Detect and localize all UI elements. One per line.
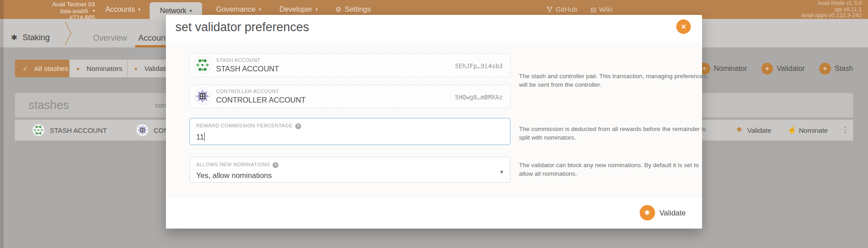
add-validator-button[interactable]: +Validator xyxy=(761,63,805,75)
stash-filter-group: ✓All stashes ●Nominators ●Validators xyxy=(15,60,186,77)
nav-governance[interactable]: Governance▾ xyxy=(216,5,261,14)
gear-icon: ⚙ xyxy=(335,5,341,13)
caret-down-icon: ▾ xyxy=(189,8,192,13)
commission-input[interactable]: REWARD COMMISSION PERCENTAGE? 11 xyxy=(189,118,510,145)
stash-account-name: STASH ACCOUNT xyxy=(216,65,279,73)
tab-overview[interactable]: Overview xyxy=(93,33,127,43)
left-edge-shadow xyxy=(0,0,4,248)
validate-icon: ✱ xyxy=(736,126,742,134)
stash-address: 5EhJFp…9i4sb3 xyxy=(455,62,503,70)
help-icon[interactable]: ? xyxy=(295,123,301,129)
set-validator-preferences-modal: set validator preferences ✕ STASH ACCOUN… xyxy=(166,15,702,229)
caret-down-icon: ▾ xyxy=(316,7,318,12)
chain-name: Avail Testnet 03 xyxy=(0,1,95,8)
commission-label: REWARD COMMISSION PERCENTAGE? xyxy=(196,123,301,129)
commission-help-text: The commission is deducted from all rewa… xyxy=(519,125,709,142)
controller-account-name: CONTROLLER ACCOUNT xyxy=(216,96,306,104)
modal-body: STASH ACCOUNT STASH ACCOUNT 5EhJFp…9i4sb… xyxy=(166,42,702,197)
plus-icon: + xyxy=(761,63,773,75)
nominations-label: ALLOWS NEW NOMINATIONS? xyxy=(196,162,278,168)
commission-value: 11 xyxy=(196,132,205,141)
nav-accounts[interactable]: Accounts▾ xyxy=(105,5,141,14)
caret-down-icon: ▾ xyxy=(93,8,95,13)
nav-settings[interactable]: ⚙Settings xyxy=(335,5,371,14)
github-branch-icon xyxy=(546,6,553,13)
validate-burst-icon: ✱ xyxy=(640,205,655,220)
dot-icon: ● xyxy=(76,66,80,72)
stash-identicon xyxy=(32,124,45,138)
nominations-help-text: The validator can block any new nominati… xyxy=(519,161,709,178)
row-nominate-button[interactable]: Nominate xyxy=(799,126,828,134)
filter-nominators[interactable]: ●Nominators xyxy=(70,60,127,77)
nominations-dropdown[interactable]: ALLOWS NEW NOMINATIONS? Yes, allow nomin… xyxy=(189,157,510,182)
api-version: api v9.11.1 xyxy=(802,7,862,13)
chain-relay: data-avail/6 ▾ xyxy=(0,8,95,15)
controller-address: 5HQwg8…mBMXAz xyxy=(455,94,503,101)
validate-submit-button[interactable]: ✱ Validate xyxy=(640,205,686,220)
modal-footer: ✱ Validate xyxy=(166,197,702,229)
plus-icon: + xyxy=(819,63,831,75)
wiki-link[interactable]: ▤Wiki xyxy=(590,5,613,14)
version-info: Avail Node v1.3.0 api v9.11.1 avail-apps… xyxy=(802,0,862,19)
check-icon: ✓ xyxy=(23,65,28,72)
apps-version: avail-apps v0.122.3-242 xyxy=(802,13,862,19)
github-link[interactable]: GitHub xyxy=(546,5,577,14)
caret-down-icon: ▾ xyxy=(138,7,141,12)
text-cursor-icon xyxy=(204,132,205,141)
node-version: Avail Node v1.3.0 xyxy=(802,0,862,7)
nav-developer[interactable]: Developer▾ xyxy=(279,5,318,14)
row-validate-button[interactable]: Validate xyxy=(747,126,771,134)
chain-selector[interactable]: Avail Testnet 03 data-avail/6 ▾ #714,685 xyxy=(0,1,95,21)
caret-down-icon: ▾ xyxy=(259,7,261,12)
table-title: stashes xyxy=(28,98,69,112)
staking-icon: ✱ xyxy=(11,33,17,42)
stash-account-field: STASH ACCOUNT STASH ACCOUNT 5EhJFp…9i4sb… xyxy=(189,53,510,77)
filter-all-stashes[interactable]: ✓All stashes xyxy=(15,60,69,77)
row-stash-name: STASH ACCOUNT xyxy=(50,126,107,134)
wiki-icon: ▤ xyxy=(590,6,596,13)
staking-page: Avail Testnet 03 data-avail/6 ▾ #714,685… xyxy=(0,0,868,248)
stash-controller-help-text: The stash and controller pair. This tran… xyxy=(519,72,709,89)
stash-field-label: STASH ACCOUNT xyxy=(216,57,260,63)
close-button[interactable]: ✕ xyxy=(676,19,691,34)
controller-identicon xyxy=(136,124,149,138)
chevron-down-icon: ▾ xyxy=(500,168,503,175)
section-title[interactable]: Staking xyxy=(23,33,50,42)
modal-title: set validator preferences xyxy=(175,20,309,34)
breadcrumb-chevron-icon xyxy=(65,21,72,47)
controller-field-label: CONTROLLER ACCOUNT xyxy=(216,89,279,94)
add-stash-button[interactable]: +Stash xyxy=(819,63,853,75)
close-icon: ✕ xyxy=(681,23,686,30)
help-icon[interactable]: ? xyxy=(273,162,278,168)
dot-icon: ● xyxy=(134,66,137,72)
nominations-selected-value: Yes, allow nominations xyxy=(196,171,272,180)
nominate-hand-icon: ☝ xyxy=(788,125,797,134)
controller-account-field: CONTROLLER ACCOUNT CONTROLLER ACCOUNT 5H… xyxy=(189,84,510,108)
controller-identicon xyxy=(194,88,211,107)
stash-identicon xyxy=(194,56,211,75)
row-menu-kebab-icon[interactable]: ⋮ xyxy=(841,125,849,135)
